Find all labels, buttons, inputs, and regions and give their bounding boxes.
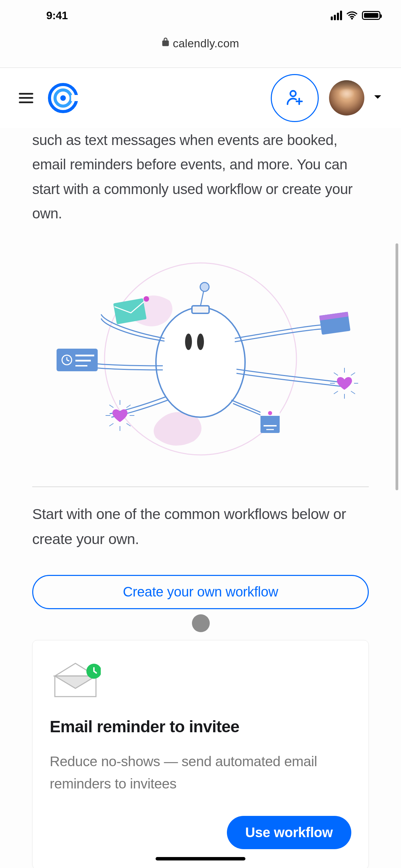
wifi-icon bbox=[346, 11, 358, 20]
svg-line-33 bbox=[351, 373, 355, 375]
url-text: calendly.com bbox=[173, 37, 239, 50]
svg-line-22 bbox=[109, 405, 113, 408]
app-header bbox=[0, 68, 401, 128]
workflow-card-description: Reduce no-shows — send automated email r… bbox=[50, 750, 351, 795]
scroll-indicator bbox=[396, 243, 398, 490]
svg-line-25 bbox=[109, 423, 113, 426]
status-right bbox=[331, 11, 380, 20]
svg-line-36 bbox=[351, 391, 355, 394]
svg-point-41 bbox=[268, 411, 272, 415]
divider bbox=[32, 486, 369, 487]
chevron-down-icon[interactable] bbox=[373, 95, 382, 101]
use-workflow-button[interactable]: Use workflow bbox=[227, 816, 351, 849]
workflow-card-title: Email reminder to invitee bbox=[50, 717, 351, 736]
hamburger-menu-icon[interactable] bbox=[19, 93, 33, 103]
calendly-logo-icon[interactable] bbox=[48, 83, 78, 113]
svg-point-2 bbox=[60, 95, 66, 100]
svg-line-35 bbox=[334, 391, 338, 394]
svg-rect-3 bbox=[71, 95, 78, 101]
svg-point-11 bbox=[197, 334, 204, 350]
workflow-card-email-reminder: Email reminder to invitee Reduce no-show… bbox=[32, 640, 369, 868]
svg-point-10 bbox=[185, 334, 192, 350]
svg-point-13 bbox=[144, 296, 149, 302]
status-time: 9:41 bbox=[46, 9, 68, 22]
main-content: such as text messages when events are bo… bbox=[0, 128, 401, 868]
svg-rect-7 bbox=[192, 306, 209, 313]
svg-point-9 bbox=[200, 282, 209, 291]
add-user-button[interactable] bbox=[271, 74, 319, 122]
svg-point-4 bbox=[290, 91, 296, 96]
battery-icon bbox=[362, 11, 380, 20]
cursor-dot-icon bbox=[192, 614, 210, 632]
automation-illustration bbox=[32, 232, 369, 479]
svg-line-8 bbox=[200, 290, 204, 306]
browser-url-bar[interactable]: calendly.com bbox=[0, 31, 401, 68]
email-reminder-icon bbox=[51, 662, 351, 700]
avatar[interactable] bbox=[329, 80, 364, 116]
lock-icon bbox=[162, 37, 169, 47]
create-workflow-button[interactable]: Create your own workflow bbox=[32, 575, 369, 609]
svg-line-32 bbox=[334, 373, 338, 375]
svg-line-23 bbox=[126, 405, 131, 408]
ios-status-bar: 9:41 bbox=[0, 0, 401, 31]
workflows-subtitle: Start with one of the common workflows b… bbox=[32, 502, 369, 552]
cell-signal-icon bbox=[331, 11, 342, 20]
home-indicator bbox=[156, 857, 245, 860]
workflows-intro-text: such as text messages when events are bo… bbox=[32, 128, 369, 226]
